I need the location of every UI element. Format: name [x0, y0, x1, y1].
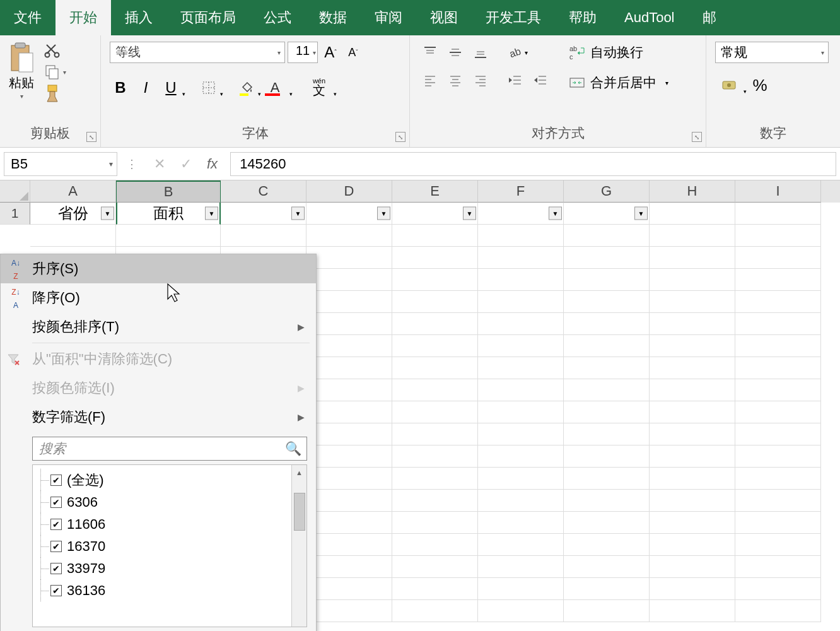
col-header-e[interactable]: E [392, 180, 478, 203]
empty-cell[interactable] [392, 512, 478, 534]
empty-cell[interactable] [306, 379, 392, 401]
empty-cell[interactable] [392, 379, 478, 401]
empty-cell[interactable] [650, 512, 735, 534]
tab-page-layout[interactable]: 页面布局 [166, 0, 250, 35]
wrap-text-button[interactable]: abc自动换行 [563, 42, 675, 63]
tab-data[interactable]: 数据 [305, 0, 361, 35]
empty-cell[interactable] [478, 534, 564, 556]
col-header-g[interactable]: G [564, 180, 650, 203]
empty-cell[interactable] [735, 578, 821, 600]
col-header-b[interactable]: B [116, 180, 221, 203]
empty-cell[interactable] [392, 534, 478, 556]
empty-cell[interactable] [306, 445, 392, 468]
sort-by-color-item[interactable]: 按颜色排序(T)▶ [1, 312, 316, 341]
empty-cell[interactable] [392, 225, 478, 247]
empty-cell[interactable] [392, 291, 478, 313]
empty-cell[interactable] [306, 534, 392, 556]
empty-cell[interactable] [735, 512, 821, 534]
empty-cell[interactable] [650, 379, 735, 401]
align-right-button[interactable] [469, 69, 492, 91]
empty-cell[interactable] [735, 247, 821, 269]
alignment-dialog-launcher[interactable]: ⤡ [692, 132, 702, 142]
formula-input[interactable]: 145260 [230, 152, 836, 176]
empty-cell[interactable] [735, 225, 821, 247]
increase-indent-button[interactable] [528, 69, 551, 91]
empty-cell[interactable] [735, 269, 821, 291]
empty-cell[interactable] [735, 357, 821, 379]
align-top-button[interactable] [419, 42, 441, 63]
empty-cell[interactable] [306, 578, 392, 600]
tab-view[interactable]: 视图 [416, 0, 472, 35]
empty-cell[interactable] [564, 247, 650, 269]
cell-a1[interactable]: 省份▼ [30, 203, 116, 225]
filter-arrow-b[interactable]: ▼ [205, 207, 218, 220]
empty-cell[interactable] [650, 534, 735, 556]
empty-cell[interactable] [306, 225, 392, 247]
filter-check-item[interactable]: ✔33979 [35, 557, 289, 579]
empty-cell[interactable] [650, 445, 735, 468]
cell-d1[interactable]: ▼ [306, 203, 392, 225]
empty-cell[interactable] [478, 578, 564, 600]
empty-cell[interactable] [478, 512, 564, 534]
empty-cell[interactable] [478, 291, 564, 313]
font-size-select[interactable]: 11▾ [288, 42, 318, 63]
tab-audtool[interactable]: AudTool [610, 0, 689, 35]
empty-cell[interactable] [306, 247, 392, 269]
empty-cell[interactable] [650, 423, 735, 445]
filter-arrow-c[interactable]: ▼ [291, 207, 305, 220]
tab-file[interactable]: 文件 [0, 0, 55, 35]
empty-cell[interactable] [564, 445, 650, 468]
empty-cell[interactable] [306, 490, 392, 512]
empty-cell[interactable] [478, 445, 564, 468]
align-middle-button[interactable] [444, 42, 467, 63]
empty-cell[interactable] [650, 357, 735, 379]
bold-button[interactable]: B [110, 77, 131, 98]
number-filter-item[interactable]: 数字筛选(F)▶ [1, 403, 316, 432]
font-color-button[interactable]: A▾ [261, 77, 289, 98]
empty-cell[interactable] [392, 357, 478, 379]
empty-cell[interactable] [306, 600, 392, 622]
empty-cell[interactable] [564, 225, 650, 247]
empty-cell[interactable] [306, 291, 392, 313]
accounting-format-button[interactable]: ▾ [715, 74, 743, 96]
cell-e1[interactable]: ▼ [392, 203, 478, 225]
empty-cell[interactable] [392, 445, 478, 468]
empty-cell[interactable] [306, 512, 392, 534]
cell-h1[interactable] [650, 203, 735, 225]
empty-cell[interactable] [478, 379, 564, 401]
percent-button[interactable]: % [749, 74, 771, 96]
col-header-h[interactable]: H [650, 180, 735, 203]
empty-cell[interactable] [735, 291, 821, 313]
empty-cell[interactable] [735, 423, 821, 445]
empty-cell[interactable] [392, 578, 478, 600]
row-header-1[interactable]: 1 [0, 203, 30, 225]
tab-help[interactable]: 帮助 [555, 0, 610, 35]
sort-ascending-item[interactable]: A↓Z 升序(S) [1, 254, 316, 283]
empty-cell[interactable] [116, 225, 221, 247]
empty-cell[interactable] [735, 490, 821, 512]
empty-cell[interactable] [650, 269, 735, 291]
empty-cell[interactable] [564, 556, 650, 578]
empty-cell[interactable] [650, 291, 735, 313]
empty-cell[interactable] [564, 490, 650, 512]
empty-cell[interactable] [564, 534, 650, 556]
italic-button[interactable]: I [135, 77, 156, 98]
empty-cell[interactable] [392, 247, 478, 269]
empty-cell[interactable] [306, 423, 392, 445]
empty-cell[interactable] [735, 335, 821, 357]
align-bottom-button[interactable] [469, 42, 492, 63]
clipboard-dialog-launcher[interactable]: ⤡ [86, 132, 96, 142]
empty-cell[interactable] [478, 269, 564, 291]
cell-f1[interactable]: ▼ [478, 203, 564, 225]
empty-cell[interactable] [392, 490, 478, 512]
cell-c1[interactable]: ▼ [221, 203, 306, 225]
cancel-formula-button[interactable]: ✕ [154, 156, 165, 172]
filter-check-item[interactable]: ✔6306 [35, 491, 289, 513]
filter-arrow-d[interactable]: ▼ [377, 207, 390, 220]
empty-cell[interactable] [650, 556, 735, 578]
empty-cell[interactable] [650, 247, 735, 269]
col-header-a[interactable]: A [30, 180, 116, 203]
fx-button[interactable]: fx [207, 156, 218, 172]
font-dialog-launcher[interactable]: ⤡ [395, 132, 405, 142]
decrease-indent-button[interactable] [503, 69, 526, 91]
